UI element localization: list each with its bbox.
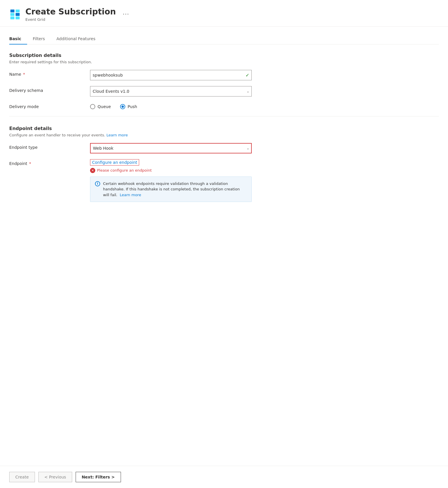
- svg-rect-4: [16, 10, 20, 12]
- endpoint-row: Endpoint * Configure an endpoint ✕ Pleas…: [9, 159, 439, 202]
- next-filters-button[interactable]: Next: Filters >: [76, 472, 121, 482]
- endpoint-error-row: ✕ Please configure an endpoint: [90, 168, 252, 173]
- endpoint-error-text: Please configure an endpoint: [97, 168, 152, 172]
- delivery-mode-row: Delivery mode Queue Push: [9, 102, 439, 109]
- endpoint-type-select[interactable]: Web Hook Event Hub Service Bus Queue Ser…: [90, 143, 252, 153]
- tab-basic[interactable]: Basic: [9, 34, 27, 44]
- page-header: Create Subscription Event Grid ...: [0, 0, 448, 27]
- delivery-mode-radio-group: Queue Push: [90, 102, 252, 109]
- endpoint-label: Endpoint *: [9, 159, 90, 166]
- radio-queue-label: Queue: [98, 104, 111, 109]
- radio-queue-input[interactable]: [90, 104, 95, 109]
- radio-push[interactable]: Push: [120, 104, 137, 109]
- tabs-container: Basic Filters Additional Features: [9, 34, 439, 44]
- webhook-info-text: Certain webhook endpoints require valida…: [103, 181, 247, 198]
- endpoint-error-icon: ✕: [90, 168, 95, 173]
- configure-endpoint-link[interactable]: Configure an endpoint: [90, 159, 139, 166]
- webhook-learn-more-link[interactable]: Learn more: [120, 193, 141, 197]
- radio-push-input[interactable]: [120, 104, 125, 109]
- info-icon: i: [95, 181, 100, 186]
- page-footer: Create < Previous Next: Filters >: [0, 466, 448, 488]
- tab-filters[interactable]: Filters: [27, 34, 51, 44]
- delivery-mode-control-wrapper: Queue Push: [90, 102, 252, 109]
- delivery-schema-control-wrapper: Cloud Events v1.0 Event Grid Schema Cust…: [90, 86, 252, 97]
- delivery-schema-row: Delivery schema Cloud Events v1.0 Event …: [9, 86, 439, 97]
- svg-rect-1: [10, 10, 14, 12]
- name-input[interactable]: [90, 70, 252, 80]
- endpoint-required: *: [29, 161, 31, 166]
- page-title: Create Subscription: [25, 7, 116, 17]
- name-required: *: [23, 72, 25, 77]
- name-check-icon: ✓: [246, 72, 249, 78]
- endpoint-type-select-wrapper: Web Hook Event Hub Service Bus Queue Ser…: [90, 143, 252, 153]
- endpoint-type-control-wrapper: Web Hook Event Hub Service Bus Queue Ser…: [90, 143, 252, 153]
- endpoint-details-title: Endpoint details: [9, 126, 439, 131]
- delivery-schema-select-wrapper: Cloud Events v1.0 Event Grid Schema Cust…: [90, 86, 252, 97]
- header-title-group: Create Subscription Event Grid: [25, 7, 116, 22]
- delivery-schema-select[interactable]: Cloud Events v1.0 Event Grid Schema Cust…: [90, 86, 252, 97]
- svg-rect-3: [10, 16, 14, 19]
- endpoint-learn-more-link[interactable]: Learn more: [107, 133, 128, 137]
- previous-button[interactable]: < Previous: [38, 472, 72, 482]
- endpoint-details-section: Endpoint details Configure an event hand…: [9, 126, 439, 202]
- endpoint-details-description: Configure an event handler to receive yo…: [9, 133, 439, 137]
- tab-additional-features[interactable]: Additional Features: [51, 34, 101, 44]
- radio-push-label: Push: [128, 104, 137, 109]
- svg-rect-5: [16, 13, 20, 16]
- webhook-info-box: i Certain webhook endpoints require vali…: [90, 177, 252, 202]
- name-label: Name *: [9, 70, 90, 77]
- svg-rect-6: [16, 16, 20, 19]
- radio-queue[interactable]: Queue: [90, 104, 111, 109]
- name-input-wrapper: ✓: [90, 70, 252, 80]
- subscription-details-description: Enter required settings for this subscri…: [9, 60, 439, 64]
- name-row: Name * ✓: [9, 70, 439, 80]
- create-button[interactable]: Create: [9, 472, 35, 482]
- delivery-mode-label: Delivery mode: [9, 102, 90, 109]
- main-content: Basic Filters Additional Features Subscr…: [0, 27, 448, 466]
- svg-rect-2: [10, 13, 14, 16]
- endpoint-type-row: Endpoint type Web Hook Event Hub Service…: [9, 143, 439, 153]
- section-divider: [9, 116, 439, 116]
- event-grid-icon: [9, 8, 21, 20]
- endpoint-control-wrapper: Configure an endpoint ✕ Please configure…: [90, 159, 252, 202]
- endpoint-type-label: Endpoint type: [9, 143, 90, 150]
- subscription-details-section: Subscription details Enter required sett…: [9, 53, 439, 109]
- more-options-button[interactable]: ...: [120, 8, 132, 17]
- subscription-details-title: Subscription details: [9, 53, 439, 58]
- name-control-wrapper: ✓: [90, 70, 252, 80]
- page-subtitle: Event Grid: [25, 17, 116, 22]
- delivery-schema-label: Delivery schema: [9, 86, 90, 93]
